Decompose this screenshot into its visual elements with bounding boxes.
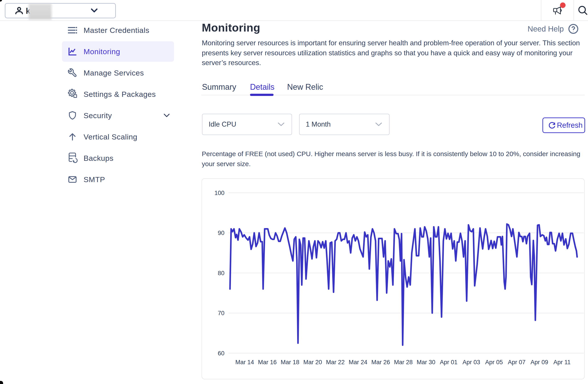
svg-text:Mar 22: Mar 22 bbox=[326, 359, 345, 365]
svg-text:Mar 28: Mar 28 bbox=[394, 359, 413, 365]
svg-text:Mar 24: Mar 24 bbox=[349, 359, 367, 365]
svg-text:Mar 20: Mar 20 bbox=[303, 359, 322, 365]
svg-text:Mar 30: Mar 30 bbox=[417, 359, 435, 365]
svg-text:Mar 14: Mar 14 bbox=[235, 359, 254, 365]
svg-text:Apr 05: Apr 05 bbox=[485, 359, 503, 365]
svg-text:80: 80 bbox=[218, 270, 224, 277]
svg-text:Apr 03: Apr 03 bbox=[462, 359, 480, 365]
svg-text:Apr 09: Apr 09 bbox=[530, 359, 548, 365]
svg-text:Mar 16: Mar 16 bbox=[258, 359, 277, 365]
svg-text:100: 100 bbox=[214, 190, 224, 196]
svg-text:Mar 18: Mar 18 bbox=[281, 359, 299, 365]
svg-text:Apr 07: Apr 07 bbox=[508, 359, 525, 365]
svg-text:Mar 26: Mar 26 bbox=[371, 359, 390, 365]
svg-text:90: 90 bbox=[218, 230, 224, 236]
svg-text:60: 60 bbox=[218, 350, 224, 357]
svg-text:Apr 11: Apr 11 bbox=[553, 359, 571, 365]
svg-text:Apr 01: Apr 01 bbox=[440, 359, 458, 365]
svg-text:70: 70 bbox=[218, 310, 224, 317]
